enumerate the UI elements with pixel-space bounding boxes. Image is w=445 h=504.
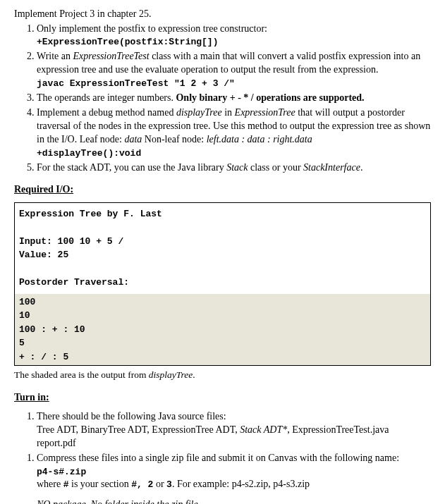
io-header: Expression Tree by F. Last <box>19 207 426 221</box>
req-3: The operands are integer numbers. Only b… <box>37 92 431 105</box>
req-2-a: Write an <box>37 51 73 61</box>
required-io-title: Required I/O: <box>14 183 431 197</box>
io-box: Expression Tree by F. Last Input: 100 10… <box>14 202 431 367</box>
req-3-bold: Only binary + - * / operations are suppo… <box>176 92 364 103</box>
req-4-m1: displayTree <box>176 107 222 118</box>
io-input: Input: 100 10 + 5 / <box>19 235 426 249</box>
io-p2: 10 <box>19 309 426 323</box>
io-blank1 <box>19 221 426 235</box>
turnin-2: Compress these files into a single zip f… <box>37 452 431 504</box>
turnin-1-files-a: Tree ADT, BinaryTree ADT, ExpressionTree… <box>37 424 240 435</box>
turn-in-title: Turn in: <box>14 391 431 405</box>
req-2-class: ExpressionTreeTest <box>73 51 150 61</box>
req-5-c: . <box>360 162 363 173</box>
turnin-2-code: p4-s#.zip <box>37 467 86 477</box>
turnin-1-files-b: Stack ADT* <box>240 424 287 435</box>
req-4: Implement a debug method named displayTr… <box>37 106 431 160</box>
io-caption: The shaded area is the output from displ… <box>14 369 431 382</box>
turnin-2-eg: . For example: p4-s2.zip, p4-s3.zip <box>172 479 310 489</box>
turnin-1: There should be the following Java sourc… <box>37 410 431 450</box>
requirements-list: Only implement the postfix to expression… <box>14 23 431 175</box>
turnin-2-or: or <box>153 479 166 489</box>
io-p4: 5 <box>19 336 426 350</box>
req-5-stack: Stack <box>226 162 248 173</box>
turnin-1-files-c: , ExpressionTreeTest.java <box>287 424 389 435</box>
req-2-code: javac ExpressionTreeTest "1 2 + 3 /" <box>37 78 235 89</box>
req-1-text: Only implement the postfix to expression… <box>37 23 267 34</box>
req-5-si: StackInterface <box>303 162 360 173</box>
io-p3: 100 : + : 10 <box>19 323 426 337</box>
req-2: Write an ExpressionTreeTest class with a… <box>37 50 431 90</box>
io-caption-b: displayTree <box>149 369 193 380</box>
lead-line: Implement Project 3 in chapter 25. <box>14 7 431 21</box>
turnin-2-where-a: where <box>37 479 63 489</box>
io-shaded-block: 100 10 100 : + : 10 5 + : / : 5 <box>15 294 430 366</box>
req-1-code: +ExpressionTree(postfix:String[]) <box>37 37 218 47</box>
req-4-nonleaf: left.data : data : right.data <box>207 134 312 145</box>
req-4-m2: ExpressionTree <box>235 107 295 118</box>
turnin-1-text: There should be the following Java sourc… <box>37 411 226 422</box>
turnin-2-sections: #, 2 <box>131 479 153 490</box>
req-4-a: Implement a debug method named <box>37 107 176 118</box>
turnin-2-a: Compress these files into a single zip f… <box>37 453 399 463</box>
io-blank2 <box>19 262 426 276</box>
req-4-d: Non-leaf node: <box>142 134 206 145</box>
req-5-a: For the stack ADT, you can use the Java … <box>37 162 226 173</box>
req-4-leaf: data <box>124 134 142 145</box>
turnin-no-pkg: NO package. No folder inside the zip fil… <box>37 498 431 504</box>
req-5: For the stack ADT, you can use the Java … <box>37 161 431 175</box>
turnin-1-report: report.pdf <box>37 438 76 448</box>
turnin-2-three: 3 <box>166 479 172 490</box>
req-4-code: +displayTree():void <box>37 148 141 159</box>
io-p1: 100 <box>19 295 426 309</box>
turn-in-list: There should be the following Java sourc… <box>14 410 431 504</box>
turnin-2-where-b: is your section <box>69 479 132 489</box>
turnin-2-hash: # <box>63 479 69 490</box>
io-postorder-title: Postorder Traversal: <box>19 276 426 290</box>
req-4-b: in <box>222 107 235 118</box>
req-5-b: class or your <box>248 162 304 173</box>
io-p5: + : / : 5 <box>19 350 426 364</box>
req-3-a: The operands are integer numbers. <box>37 92 176 103</box>
io-value: Value: 25 <box>19 248 426 262</box>
io-caption-a: The shaded area is the output from <box>14 369 149 380</box>
req-1: Only implement the postfix to expression… <box>37 23 431 49</box>
io-caption-c: . <box>193 369 195 380</box>
